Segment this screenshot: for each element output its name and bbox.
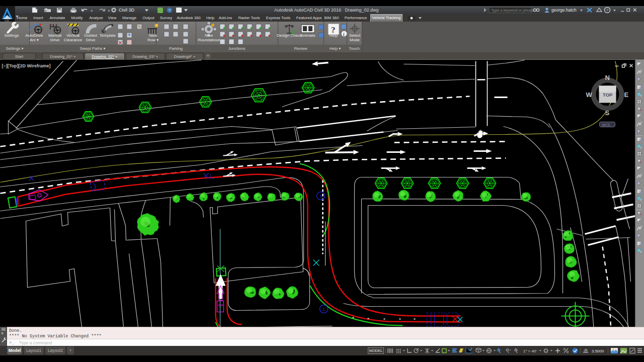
svg-text:WCS: WCS <box>602 123 610 127</box>
svg-text:Autodesk AutoCAD Civil 3D 2016: Autodesk AutoCAD Civil 3D 2016 Drawing_0… <box>274 8 379 13</box>
svg-text:Type a keyword or phrase: Type a keyword or phrase <box>491 8 534 13</box>
svg-text:1″ = 40′: 1″ = 40′ <box>523 349 537 353</box>
svg-text:1: 1 <box>323 307 325 312</box>
svg-text:[−][Top][2D Wireframe]: [−][Top][2D Wireframe] <box>2 63 51 68</box>
svg-text:E: E <box>624 91 629 99</box>
svg-text:Civil 3D: Civil 3D <box>119 8 135 13</box>
svg-text:1: 1 <box>319 194 322 199</box>
svg-text:S: S <box>605 109 610 117</box>
svg-text:george.hatch: george.hatch <box>551 8 577 13</box>
svg-text:TOP: TOP <box>603 92 613 98</box>
svg-text:DW: DW <box>218 304 223 307</box>
svg-text:?: ? <box>169 8 171 13</box>
svg-text:W: W <box>586 91 593 99</box>
svg-text:N: N <box>605 74 610 81</box>
svg-text:?: ? <box>606 8 609 13</box>
svg-text:3.5000: 3.5000 <box>592 349 604 353</box>
